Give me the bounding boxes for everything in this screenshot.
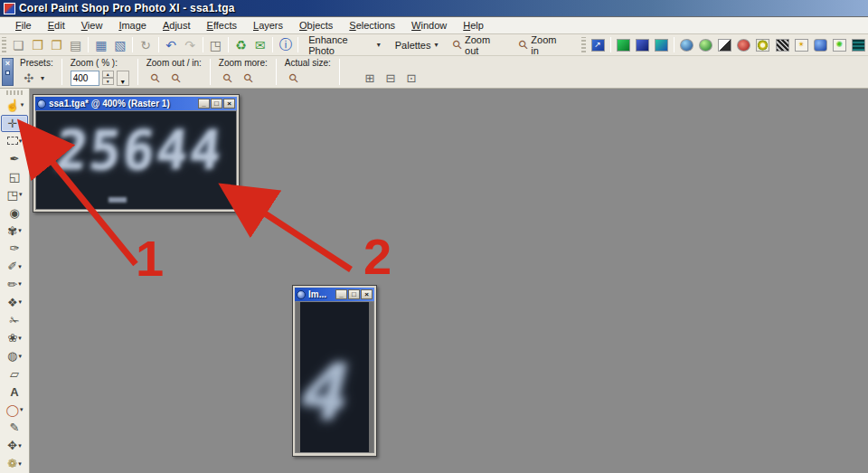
chevron-down-icon[interactable]: ▾: [19, 191, 23, 198]
maximize-button[interactable]: □: [211, 99, 222, 109]
undo-button[interactable]: ↶: [162, 36, 181, 54]
menu-effects[interactable]: Effects: [199, 18, 245, 33]
menu-view[interactable]: View: [73, 18, 111, 33]
zoom-percent-input[interactable]: [71, 71, 99, 86]
close-button[interactable]: ×: [223, 99, 235, 109]
close-button[interactable]: ×: [361, 289, 373, 299]
spin-up-icon[interactable]: ▲: [102, 71, 114, 78]
menu-edit[interactable]: Edit: [40, 18, 73, 33]
zoom-out-more-button[interactable]: ⚲: [219, 70, 237, 86]
chevron-down-icon[interactable]: ▾: [18, 460, 22, 468]
chevron-down-icon[interactable]: ▾: [41, 74, 44, 82]
zoom-out-step-button[interactable]: ⚲: [146, 70, 165, 86]
effect-button-1[interactable]: [614, 36, 633, 54]
zoom-in-button[interactable]: ⚲ Zoom in: [512, 36, 572, 54]
marquee-selection-tool[interactable]: ▾: [1, 133, 28, 150]
maximize-button[interactable]: □: [348, 289, 360, 299]
spin-down-icon[interactable]: ▼: [102, 78, 114, 85]
toolbar-grip[interactable]: [2, 37, 6, 52]
chevron-down-icon[interactable]: ▾: [18, 119, 22, 127]
move-tool[interactable]: ✛▾: [1, 115, 28, 132]
chevron-down-icon[interactable]: ▾: [19, 137, 23, 145]
toolbar-grip[interactable]: [581, 37, 586, 52]
warp-brush-tool[interactable]: ❁▾: [1, 455, 28, 472]
revert-button[interactable]: ↻: [136, 36, 155, 54]
share-button[interactable]: ♻: [231, 36, 250, 54]
red-eye-tool[interactable]: ◉: [1, 204, 28, 222]
fullscreen-preview-button[interactable]: ⊡: [402, 70, 420, 86]
chevron-down-icon[interactable]: ▾: [18, 227, 22, 234]
palette-grip[interactable]: [6, 90, 23, 95]
fit-image-to-window-button[interactable]: ⊟: [382, 70, 400, 86]
save-as-button[interactable]: ▧: [110, 36, 129, 54]
menu-layers[interactable]: Layers: [245, 18, 291, 33]
fit-window-to-image-button[interactable]: ⊞: [361, 70, 379, 86]
image-window-titlebar[interactable]: Im... _ □ ×: [295, 288, 374, 301]
scratch-remover-tool[interactable]: ✁: [1, 312, 28, 329]
chevron-down-icon[interactable]: ▾: [18, 442, 22, 449]
effect-button-6[interactable]: [715, 36, 734, 54]
launch-workspace-button[interactable]: ↗: [589, 36, 608, 54]
redo-button[interactable]: ↷: [181, 36, 200, 54]
image-window-2[interactable]: Im... _ □ × 4: [292, 285, 377, 457]
zoom-in-step-button[interactable]: ⚲: [167, 70, 185, 86]
image-window-titlebar[interactable]: ssa1.tga* @ 400% (Raster 1) _ □ ×: [35, 97, 237, 110]
effect-button-9[interactable]: [773, 36, 792, 54]
actual-size-button[interactable]: ⚲: [285, 70, 303, 86]
pick-tool[interactable]: ◳▾: [1, 186, 28, 203]
resize-button[interactable]: ◳: [206, 36, 225, 54]
pan-tool[interactable]: ☝▾: [1, 97, 28, 114]
chevron-down-icon[interactable]: ▾: [19, 298, 23, 306]
chevron-down-icon[interactable]: ▾: [21, 101, 24, 109]
effect-button-12[interactable]: ✺: [830, 36, 849, 54]
pushpin-icon[interactable]: [5, 71, 10, 75]
scan-button[interactable]: ▤: [66, 36, 85, 54]
menu-image[interactable]: Image: [110, 18, 155, 33]
makeover-tool[interactable]: ✾▾: [1, 222, 28, 240]
effect-button-13[interactable]: [849, 36, 868, 54]
airbrush-tool[interactable]: ✐▾: [1, 258, 28, 275]
object-selector-tool[interactable]: ✥▾: [1, 437, 28, 454]
chevron-down-icon[interactable]: ▾: [18, 280, 22, 288]
close-icon[interactable]: ×: [5, 60, 10, 68]
chevron-down-icon[interactable]: ▾: [18, 263, 22, 270]
image-canvas[interactable]: 25644: [35, 110, 237, 210]
menu-window[interactable]: Window: [403, 18, 455, 33]
save-button[interactable]: ▦: [91, 36, 110, 54]
effect-button-10[interactable]: ✴: [792, 36, 811, 54]
flood-fill-tool[interactable]: ◍▾: [1, 347, 28, 364]
minimize-button[interactable]: _: [198, 99, 210, 109]
image-window-ssa1[interactable]: ssa1.tga* @ 400% (Raster 1) _ □ × 25644: [33, 94, 240, 213]
minimize-button[interactable]: _: [335, 289, 347, 299]
presets-button[interactable]: ✣: [20, 70, 38, 86]
effect-button-7[interactable]: [734, 36, 753, 54]
email-button[interactable]: ✉: [250, 36, 269, 54]
chevron-down-icon[interactable]: ▾: [18, 353, 22, 360]
zoom-out-button[interactable]: ⚲ Zoom out: [446, 36, 512, 54]
chevron-down-icon[interactable]: ▾: [18, 335, 22, 342]
menu-help[interactable]: Help: [455, 18, 492, 33]
toothbrush-tool[interactable]: ✑: [1, 240, 28, 257]
effect-button-8[interactable]: [753, 36, 772, 54]
palettes-button[interactable]: Palettes ▾: [388, 36, 446, 54]
zoom-spinner[interactable]: ▲ ▼: [102, 71, 114, 85]
open-button[interactable]: ❒: [28, 36, 47, 54]
picture-tube-tool[interactable]: ❀▾: [1, 330, 28, 347]
chevron-down-icon[interactable]: ▾: [20, 406, 24, 413]
effect-button-11[interactable]: [811, 36, 830, 54]
eraser-tool[interactable]: ▱: [1, 365, 28, 383]
text-tool[interactable]: A: [1, 383, 28, 401]
menu-selections[interactable]: Selections: [341, 18, 403, 33]
info-button[interactable]: ⓘ: [276, 36, 295, 54]
effect-button-2[interactable]: [633, 36, 652, 54]
crop-tool[interactable]: ◱: [1, 168, 28, 185]
palette-handle[interactable]: ×: [2, 58, 14, 86]
dropper-tool[interactable]: ✒: [1, 150, 28, 167]
browse-button[interactable]: ❐: [47, 36, 66, 54]
menu-file[interactable]: File: [7, 18, 40, 33]
zoom-in-more-button[interactable]: ⚲: [240, 70, 258, 86]
pen-tool[interactable]: ✎: [1, 420, 28, 437]
menu-adjust[interactable]: Adjust: [155, 18, 199, 33]
image-canvas[interactable]: 4: [295, 301, 374, 453]
paint-brush-tool[interactable]: ✏▾: [1, 276, 28, 293]
